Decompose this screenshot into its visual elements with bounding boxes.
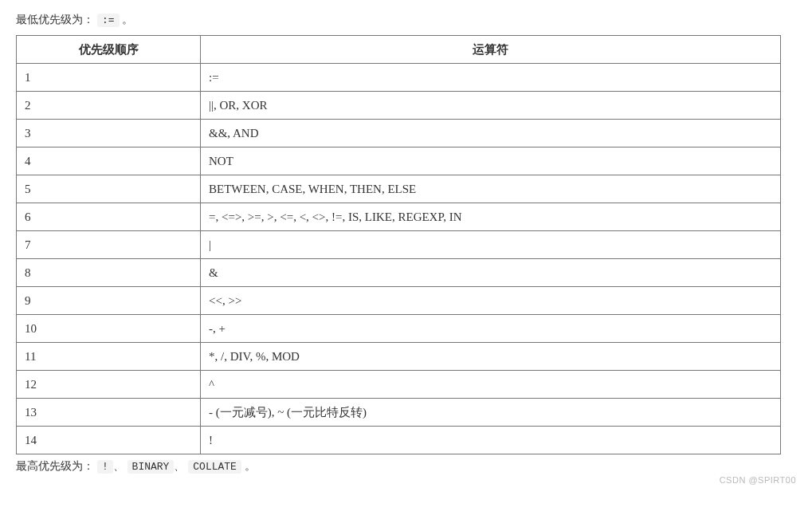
highest-priority-line: 最高优先级为： !、 BINARY、 COLLATE 。: [16, 459, 796, 474]
table-row: 5 BETWEEN, CASE, WHEN, THEN, ELSE: [17, 175, 781, 203]
cell-operator: :=: [201, 64, 781, 92]
lowest-priority-suffix: 。: [122, 13, 133, 26]
table-row: 14 !: [17, 427, 781, 454]
cell-priority: 4: [17, 148, 201, 175]
table-row: 2 ||, OR, XOR: [17, 92, 781, 120]
table-row: 7 |: [17, 231, 781, 259]
table-header-row: 优先级顺序 运算符: [17, 36, 781, 64]
cell-priority: 6: [17, 203, 201, 231]
cell-priority: 3: [17, 120, 201, 148]
cell-operator: !: [201, 427, 781, 454]
cell-priority: 11: [17, 343, 201, 371]
cell-operator: BETWEEN, CASE, WHEN, THEN, ELSE: [201, 175, 781, 203]
cell-priority: 8: [17, 259, 201, 287]
cell-operator: NOT: [201, 148, 781, 175]
highest-priority-code-2: BINARY: [127, 460, 175, 474]
lowest-priority-line: 最低优先级为： := 。: [16, 13, 796, 27]
table-row: 3 &&, AND: [17, 120, 781, 148]
cell-operator: &: [201, 259, 781, 287]
table-row: 13 - (一元减号), ~ (一元比特反转): [17, 399, 781, 427]
cell-priority: 9: [17, 287, 201, 315]
highest-priority-prefix: 最高优先级为：: [16, 459, 94, 472]
cell-operator: -, +: [201, 315, 781, 343]
table-row: 9 <<, >>: [17, 287, 781, 315]
highest-priority-suffix: 。: [245, 459, 256, 472]
cell-priority: 2: [17, 92, 201, 120]
table-row: 12 ^: [17, 371, 781, 399]
cell-operator: <<, >>: [201, 287, 781, 315]
table-row: 1 :=: [17, 64, 781, 92]
cell-operator: &&, AND: [201, 120, 781, 148]
table-row: 4 NOT: [17, 148, 781, 175]
table-row: 6 =, <=>, >=, >, <=, <, <>, !=, IS, LIKE…: [17, 203, 781, 231]
cell-operator: |: [201, 231, 781, 259]
table-row: 10 -, +: [17, 315, 781, 343]
cell-priority: 7: [17, 231, 201, 259]
cell-priority: 10: [17, 315, 201, 343]
header-priority: 优先级顺序: [17, 36, 201, 64]
cell-priority: 14: [17, 427, 201, 454]
cell-operator: =, <=>, >=, >, <=, <, <>, !=, IS, LIKE, …: [201, 203, 781, 231]
csdn-watermark: CSDN @SPIRT00: [720, 475, 796, 485]
table-row: 11 *, /, DIV, %, MOD: [17, 343, 781, 371]
cell-priority: 5: [17, 175, 201, 203]
cell-operator: - (一元减号), ~ (一元比特反转): [201, 399, 781, 427]
cell-operator: ||, OR, XOR: [201, 92, 781, 120]
highest-priority-code-3: COLLATE: [188, 460, 241, 474]
cell-priority: 1: [17, 64, 201, 92]
table-row: 8 &: [17, 259, 781, 287]
sep-2: 、: [174, 459, 185, 472]
sep-1: 、: [113, 459, 124, 472]
cell-priority: 13: [17, 399, 201, 427]
cell-priority: 12: [17, 371, 201, 399]
header-operator: 运算符: [201, 36, 781, 64]
lowest-priority-code: :=: [97, 14, 120, 27]
operator-priority-table: 优先级顺序 运算符 1 := 2 ||, OR, XOR 3 &&, AND 4…: [16, 35, 781, 454]
highest-priority-code-1: !: [97, 460, 113, 474]
cell-operator: ^: [201, 371, 781, 399]
cell-operator: *, /, DIV, %, MOD: [201, 343, 781, 371]
lowest-priority-prefix: 最低优先级为：: [16, 13, 94, 26]
